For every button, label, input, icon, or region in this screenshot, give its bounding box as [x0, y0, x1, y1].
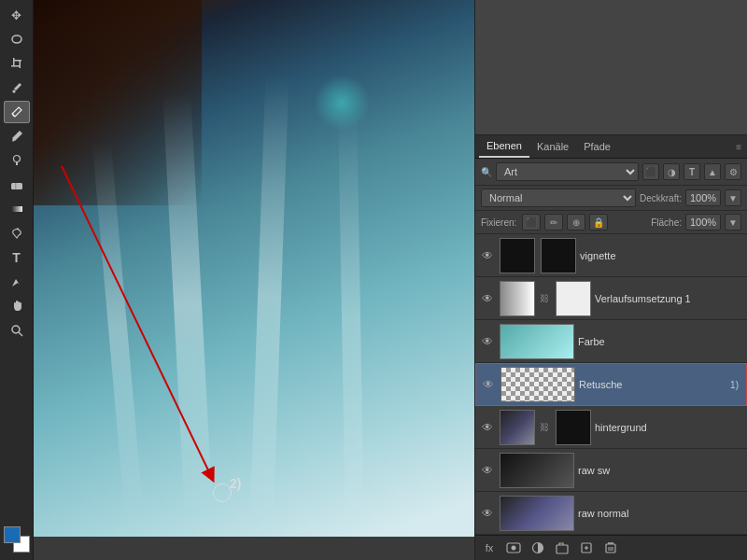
layer-name-raw-sw: raw sw — [578, 465, 743, 476]
svg-point-0 — [12, 35, 21, 43]
crop-tool[interactable] — [4, 52, 30, 75]
layer-item-raw-sw[interactable]: 👁 raw sw — [475, 449, 747, 492]
svg-rect-2 — [11, 65, 20, 67]
layer-thumb-raw-normal — [500, 496, 574, 531]
zoom-tool[interactable] — [4, 319, 30, 342]
layer-thumb-vignette — [500, 238, 535, 273]
svg-rect-5 — [12, 91, 15, 93]
svg-rect-10 — [15, 183, 17, 189]
lasso-tool[interactable] — [4, 28, 30, 50]
eyedropper-tool[interactable] — [4, 77, 30, 99]
path-selection-tool[interactable] — [4, 271, 30, 293]
svg-rect-1 — [13, 58, 15, 66]
layer-filter-icon[interactable]: ⚙ — [725, 163, 741, 180]
layer-item-verlaufsumsetzung[interactable]: 👁 ⛓ Verlaufsumsetzung 1 — [475, 277, 747, 320]
filter-row: 🔍 Art ⬛ ◑ T ▲ ⚙ — [475, 159, 747, 186]
gradient-tool[interactable] — [4, 198, 30, 220]
panel-preview-area — [475, 0, 747, 135]
brush-tool[interactable] — [4, 125, 30, 147]
svg-point-7 — [13, 156, 20, 162]
svg-rect-8 — [16, 161, 18, 165]
layer-thumb-verlaufsumsetzung — [500, 281, 535, 316]
lock-all-button[interactable]: 🔒 — [589, 214, 608, 231]
eraser-tool[interactable] — [4, 174, 30, 196]
layer-visibility-retusche[interactable]: 👁 — [480, 376, 497, 393]
layer-visibility-raw-normal[interactable]: 👁 — [479, 505, 496, 522]
delete-layer-button[interactable] — [600, 539, 621, 557]
layers-panel: Ebenen Kanäle Pfade ≡ 🔍 Art ⬛ ◑ T ▲ ⚙ No… — [475, 135, 747, 560]
canvas-area: 2) — [34, 0, 474, 560]
opacity-input[interactable] — [685, 189, 721, 206]
layer-name-retusche: Retusche — [579, 379, 726, 390]
layer-thumb-retusche — [500, 367, 575, 402]
opacity-label: Deckkraft: — [640, 193, 682, 203]
svg-rect-11 — [11, 206, 22, 212]
foreground-color-swatch[interactable] — [4, 526, 21, 543]
lock-pixels-button[interactable]: ⬛ — [522, 214, 541, 231]
layer-mask-button[interactable] — [503, 539, 524, 557]
blend-mode-select[interactable]: Normal — [481, 189, 636, 207]
layer-type-icon[interactable]: ⬛ — [642, 163, 659, 180]
layer-visibility-vignette[interactable]: 👁 — [479, 247, 496, 264]
layer-adjustment-button[interactable] — [528, 539, 548, 557]
layer-shape-icon[interactable]: ▲ — [704, 163, 721, 180]
text-tool[interactable]: T — [4, 246, 30, 269]
layer-list: 👁 vignette 👁 ⛓ Verlaufsumset — [475, 234, 747, 535]
blend-mode-row: Normal Deckkraft: ▼ — [475, 186, 747, 211]
clone-stamp-tool[interactable] — [4, 149, 30, 172]
lock-position-button[interactable]: ✏ — [544, 214, 563, 231]
tab-kanaele[interactable]: Kanäle — [529, 136, 576, 157]
layer-item-hintergrund[interactable]: 👁 ⛓ hintergrund — [475, 406, 747, 449]
layer-mask-hintergrund — [556, 410, 591, 445]
layer-thumb-farbe — [500, 324, 574, 359]
lock-label: Fixieren: — [481, 217, 516, 228]
filter-select[interactable]: Art — [496, 162, 639, 181]
layer-visibility-raw-sw[interactable]: 👁 — [479, 462, 496, 479]
flaeche-label: Fläche: — [651, 217, 682, 228]
layer-name-farbe: Farbe — [578, 336, 743, 347]
canvas-label-2: 2) — [230, 476, 241, 491]
svg-point-17 — [512, 546, 516, 551]
layer-mask-vignette — [541, 238, 576, 273]
layer-adjustment-icon[interactable]: ◑ — [663, 163, 680, 180]
svg-rect-9 — [11, 183, 22, 189]
search-icon: 🔍 — [481, 167, 492, 177]
svg-line-14 — [19, 332, 22, 336]
layer-thumb-raw-sw — [500, 453, 574, 488]
layer-mask-verlaufsumsetzung — [556, 281, 591, 316]
new-layer-button[interactable] — [576, 539, 597, 557]
layer-visibility-farbe[interactable]: 👁 — [479, 333, 496, 350]
svg-point-6 — [12, 115, 14, 117]
layer-visibility-hintergrund[interactable]: 👁 — [479, 419, 496, 436]
flaeche-arrow-icon[interactable]: ▼ — [725, 214, 741, 231]
canvas-image: 2) — [34, 0, 474, 537]
toolbar: ✥ T — [0, 0, 34, 560]
layer-thumb-hintergrund — [500, 410, 535, 445]
layer-text-icon[interactable]: T — [684, 163, 700, 180]
lock-artboard-button[interactable]: ⊕ — [567, 214, 585, 231]
layer-item-vignette[interactable]: 👁 vignette — [475, 234, 747, 277]
layer-item-farbe[interactable]: 👁 Farbe — [475, 320, 747, 363]
layer-effects-button[interactable]: fx — [479, 539, 500, 557]
layer-name-raw-normal: raw normal — [578, 508, 743, 519]
tab-ebenen[interactable]: Ebenen — [479, 135, 529, 158]
layer-item-raw-normal[interactable]: 👁 raw normal — [475, 492, 747, 535]
layer-name-verlaufsumsetzung: Verlaufsumsetzung 1 — [595, 293, 743, 304]
svg-rect-4 — [13, 60, 21, 62]
right-panel: Ebenen Kanäle Pfade ≡ 🔍 Art ⬛ ◑ T ▲ ⚙ No… — [474, 0, 747, 560]
tab-pfade[interactable]: Pfade — [576, 136, 618, 157]
healing-brush-tool[interactable] — [4, 101, 30, 123]
layer-name-hintergrund: hintergrund — [595, 422, 743, 433]
panel-collapse-icon[interactable]: ≡ — [736, 142, 743, 152]
opacity-arrow-icon[interactable]: ▼ — [725, 189, 741, 206]
flaeche-input[interactable] — [685, 214, 721, 231]
layer-visibility-verlaufsumsetzung[interactable]: 👁 — [479, 290, 496, 307]
layer-name-vignette: vignette — [580, 250, 743, 261]
color-swatches[interactable] — [4, 526, 30, 553]
new-group-button[interactable] — [552, 539, 572, 557]
move-tool[interactable]: ✥ — [4, 4, 30, 26]
layer-item-retusche[interactable]: 👁 Retusche 1) — [475, 363, 747, 406]
pen-tool[interactable] — [4, 222, 30, 245]
hand-tool[interactable] — [4, 295, 30, 317]
svg-point-12 — [17, 229, 19, 231]
